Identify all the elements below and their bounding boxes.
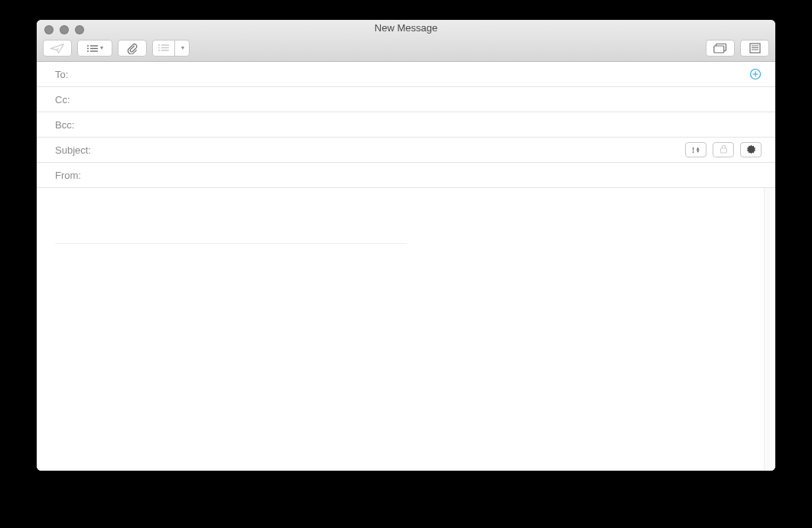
svg-rect-3 xyxy=(90,47,98,48)
svg-rect-1 xyxy=(90,45,98,46)
cc-input[interactable] xyxy=(75,94,762,105)
svg-point-8 xyxy=(158,47,160,48)
toolbar-right xyxy=(706,40,769,57)
to-row: To: xyxy=(37,62,775,87)
compose-window: New Message ▾ xyxy=(37,20,775,471)
attach-button[interactable] xyxy=(118,40,147,57)
format-current xyxy=(153,40,174,56)
seal-icon xyxy=(746,144,756,156)
svg-point-0 xyxy=(87,45,89,47)
to-input[interactable] xyxy=(73,69,749,80)
svg-rect-7 xyxy=(161,44,169,45)
encrypt-button[interactable] xyxy=(713,142,734,157)
cc-label: Cc: xyxy=(55,94,70,105)
send-button[interactable] xyxy=(43,40,72,57)
chevron-down-icon: ▾ xyxy=(180,45,184,51)
from-input[interactable] xyxy=(86,170,762,181)
svg-rect-11 xyxy=(161,50,169,50)
list-icon xyxy=(86,44,99,53)
svg-point-10 xyxy=(158,50,160,51)
svg-rect-9 xyxy=(161,47,169,47)
plus-circle-icon xyxy=(749,68,762,80)
from-row: From: xyxy=(37,163,775,188)
svg-point-2 xyxy=(87,47,89,49)
subject-input[interactable] xyxy=(96,144,685,156)
vertical-scrollbar[interactable] xyxy=(764,188,775,471)
stepper-icon: ▴▾ xyxy=(697,147,700,153)
bullet-list-icon xyxy=(158,43,170,54)
subject-row: Subject: ! ▴▾ xyxy=(37,138,775,163)
signature-separator xyxy=(55,243,407,244)
to-label: To: xyxy=(55,69,68,80)
svg-point-4 xyxy=(87,50,89,52)
subject-label: Subject: xyxy=(55,144,91,156)
svg-point-6 xyxy=(158,44,160,46)
toolbar-left: ▾ xyxy=(43,40,190,57)
cc-row: Cc: xyxy=(37,87,775,112)
svg-rect-5 xyxy=(90,50,98,51)
chevron-down-icon: ▾ xyxy=(99,45,103,51)
svg-rect-21 xyxy=(720,148,726,153)
stationery-button[interactable] xyxy=(740,40,769,57)
priority-marker: ! xyxy=(692,145,695,154)
header-fields: To: Cc: Bcc: Subject: xyxy=(37,62,775,188)
photo-browser-button[interactable] xyxy=(706,40,735,57)
window-title: New Message xyxy=(37,22,775,34)
titlebar: New Message ▾ xyxy=(37,20,775,62)
bcc-input[interactable] xyxy=(79,119,762,131)
sign-button[interactable] xyxy=(740,142,762,157)
lock-icon xyxy=(719,144,728,155)
header-fields-menu[interactable]: ▾ xyxy=(77,40,112,57)
photos-stack-icon xyxy=(713,44,727,53)
stationery-icon xyxy=(749,43,761,53)
format-menu[interactable]: ▾ xyxy=(152,40,190,57)
bcc-row: Bcc: xyxy=(37,112,775,138)
add-contact-button[interactable] xyxy=(749,68,762,80)
priority-button[interactable]: ! ▴▾ xyxy=(685,142,706,157)
svg-rect-13 xyxy=(714,46,724,53)
bcc-label: Bcc: xyxy=(55,119,74,131)
message-body[interactable] xyxy=(37,188,764,471)
paper-plane-icon xyxy=(50,44,65,53)
compose-area xyxy=(37,188,775,471)
format-dropdown[interactable]: ▾ xyxy=(175,40,189,56)
paperclip-icon xyxy=(126,43,138,54)
from-label: From: xyxy=(55,170,81,181)
